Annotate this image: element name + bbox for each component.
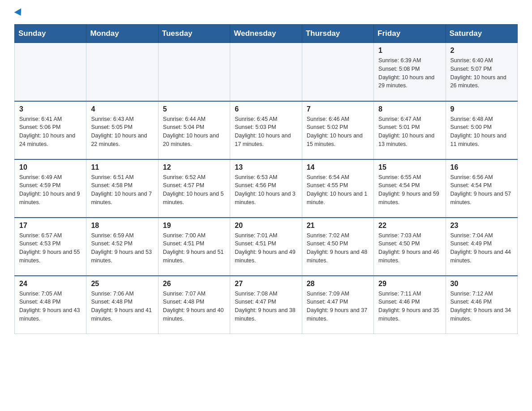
day-number: 20 [235, 222, 297, 230]
calendar-cell: 23Sunrise: 7:04 AM Sunset: 4:49 PM Dayli… [446, 218, 517, 276]
day-number: 16 [450, 163, 513, 171]
calendar-cell: 21Sunrise: 7:02 AM Sunset: 4:50 PM Dayli… [302, 218, 373, 276]
calendar-week-row-0: 1Sunrise: 6:39 AM Sunset: 5:08 PM Daylig… [15, 43, 518, 101]
calendar-cell: 9Sunrise: 6:48 AM Sunset: 5:00 PM Daylig… [446, 101, 517, 159]
calendar-cell: 4Sunrise: 6:43 AM Sunset: 5:05 PM Daylig… [86, 101, 158, 159]
day-info: Sunrise: 6:53 AM Sunset: 4:56 PM Dayligh… [235, 173, 297, 207]
calendar-cell: 25Sunrise: 7:06 AM Sunset: 4:48 PM Dayli… [86, 276, 158, 334]
calendar-table: SundayMondayTuesdayWednesdayThursdayFrid… [14, 24, 518, 334]
day-number: 5 [163, 105, 225, 113]
day-number: 11 [91, 163, 153, 171]
calendar-cell: 26Sunrise: 7:07 AM Sunset: 4:48 PM Dayli… [158, 276, 230, 334]
page-header [14, 11, 518, 15]
day-info: Sunrise: 7:02 AM Sunset: 4:50 PM Dayligh… [307, 231, 369, 265]
day-number: 30 [450, 280, 513, 288]
day-info: Sunrise: 6:57 AM Sunset: 4:53 PM Dayligh… [19, 231, 82, 265]
day-number: 28 [307, 280, 369, 288]
calendar-cell: 27Sunrise: 7:08 AM Sunset: 4:47 PM Dayli… [230, 276, 302, 334]
day-number: 17 [19, 222, 82, 230]
day-number: 18 [91, 222, 153, 230]
calendar-cell [230, 43, 302, 101]
day-number: 24 [19, 280, 82, 288]
calendar-cell: 7Sunrise: 6:46 AM Sunset: 5:02 PM Daylig… [302, 101, 373, 159]
calendar-cell [302, 43, 373, 101]
calendar-cell: 13Sunrise: 6:53 AM Sunset: 4:56 PM Dayli… [230, 159, 302, 218]
calendar-week-row-3: 17Sunrise: 6:57 AM Sunset: 4:53 PM Dayli… [15, 218, 518, 276]
day-number: 21 [307, 222, 369, 230]
calendar-header-wednesday: Wednesday [230, 25, 302, 43]
calendar-cell: 12Sunrise: 6:52 AM Sunset: 4:57 PM Dayli… [158, 159, 230, 218]
calendar-header-saturday: Saturday [446, 25, 517, 43]
day-info: Sunrise: 6:40 AM Sunset: 5:07 PM Dayligh… [450, 56, 513, 90]
day-number: 10 [19, 163, 82, 171]
calendar-header-row: SundayMondayTuesdayWednesdayThursdayFrid… [15, 25, 518, 43]
day-number: 9 [450, 105, 513, 113]
day-number: 22 [378, 222, 441, 230]
day-number: 4 [91, 105, 153, 113]
calendar-header-thursday: Thursday [302, 25, 373, 43]
calendar-cell: 11Sunrise: 6:51 AM Sunset: 4:58 PM Dayli… [86, 159, 158, 218]
day-info: Sunrise: 7:07 AM Sunset: 4:48 PM Dayligh… [163, 290, 225, 323]
day-info: Sunrise: 7:12 AM Sunset: 4:46 PM Dayligh… [450, 290, 513, 323]
calendar-header-friday: Friday [374, 25, 446, 43]
day-number: 25 [91, 280, 153, 288]
day-number: 12 [163, 163, 225, 171]
day-info: Sunrise: 6:44 AM Sunset: 5:04 PM Dayligh… [163, 115, 225, 149]
day-info: Sunrise: 6:43 AM Sunset: 5:05 PM Dayligh… [91, 115, 153, 149]
calendar-cell: 24Sunrise: 7:05 AM Sunset: 4:48 PM Dayli… [15, 276, 86, 334]
day-number: 26 [163, 280, 225, 288]
day-number: 15 [378, 163, 441, 171]
calendar-cell: 5Sunrise: 6:44 AM Sunset: 5:04 PM Daylig… [158, 101, 230, 159]
calendar-cell: 1Sunrise: 6:39 AM Sunset: 5:08 PM Daylig… [374, 43, 446, 101]
day-info: Sunrise: 6:51 AM Sunset: 4:58 PM Dayligh… [91, 173, 153, 207]
day-number: 2 [450, 47, 513, 55]
calendar-cell: 20Sunrise: 7:01 AM Sunset: 4:51 PM Dayli… [230, 218, 302, 276]
day-info: Sunrise: 6:41 AM Sunset: 5:06 PM Dayligh… [19, 115, 82, 149]
day-number: 6 [235, 105, 297, 113]
day-info: Sunrise: 6:55 AM Sunset: 4:54 PM Dayligh… [378, 173, 441, 207]
day-info: Sunrise: 6:54 AM Sunset: 4:55 PM Dayligh… [307, 173, 369, 207]
day-info: Sunrise: 7:01 AM Sunset: 4:51 PM Dayligh… [235, 231, 297, 265]
calendar-cell: 14Sunrise: 6:54 AM Sunset: 4:55 PM Dayli… [302, 159, 373, 218]
day-number: 3 [19, 105, 82, 113]
calendar-cell: 16Sunrise: 6:56 AM Sunset: 4:54 PM Dayli… [446, 159, 517, 218]
calendar-cell: 8Sunrise: 6:47 AM Sunset: 5:01 PM Daylig… [374, 101, 446, 159]
day-info: Sunrise: 7:04 AM Sunset: 4:49 PM Dayligh… [450, 231, 513, 265]
calendar-cell: 19Sunrise: 7:00 AM Sunset: 4:51 PM Dayli… [158, 218, 230, 276]
calendar-cell [158, 43, 230, 101]
calendar-header-monday: Monday [86, 25, 158, 43]
calendar-cell: 2Sunrise: 6:40 AM Sunset: 5:07 PM Daylig… [446, 43, 517, 101]
calendar-week-row-1: 3Sunrise: 6:41 AM Sunset: 5:06 PM Daylig… [15, 101, 518, 159]
day-info: Sunrise: 6:52 AM Sunset: 4:57 PM Dayligh… [163, 173, 225, 207]
calendar-cell: 30Sunrise: 7:12 AM Sunset: 4:46 PM Dayli… [446, 276, 517, 334]
day-info: Sunrise: 7:00 AM Sunset: 4:51 PM Dayligh… [163, 231, 225, 265]
calendar-cell: 3Sunrise: 6:41 AM Sunset: 5:06 PM Daylig… [15, 101, 86, 159]
day-info: Sunrise: 7:09 AM Sunset: 4:47 PM Dayligh… [307, 290, 369, 323]
day-number: 19 [163, 222, 225, 230]
logo [14, 11, 23, 15]
calendar-cell: 29Sunrise: 7:11 AM Sunset: 4:46 PM Dayli… [374, 276, 446, 334]
calendar-header-sunday: Sunday [15, 25, 86, 43]
day-info: Sunrise: 6:47 AM Sunset: 5:01 PM Dayligh… [378, 115, 441, 149]
calendar-cell: 28Sunrise: 7:09 AM Sunset: 4:47 PM Dayli… [302, 276, 373, 334]
day-number: 1 [378, 47, 441, 55]
day-info: Sunrise: 6:56 AM Sunset: 4:54 PM Dayligh… [450, 173, 513, 207]
day-info: Sunrise: 6:45 AM Sunset: 5:03 PM Dayligh… [235, 115, 297, 149]
day-info: Sunrise: 6:59 AM Sunset: 4:52 PM Dayligh… [91, 231, 153, 265]
day-number: 7 [307, 105, 369, 113]
day-info: Sunrise: 7:05 AM Sunset: 4:48 PM Dayligh… [19, 290, 82, 323]
day-number: 27 [235, 280, 297, 288]
calendar-cell [15, 43, 86, 101]
day-info: Sunrise: 7:11 AM Sunset: 4:46 PM Dayligh… [378, 290, 441, 323]
calendar-cell: 10Sunrise: 6:49 AM Sunset: 4:59 PM Dayli… [15, 159, 86, 218]
logo-triangle-icon [14, 8, 25, 17]
day-info: Sunrise: 6:49 AM Sunset: 4:59 PM Dayligh… [19, 173, 82, 207]
calendar-cell: 17Sunrise: 6:57 AM Sunset: 4:53 PM Dayli… [15, 218, 86, 276]
calendar-cell: 22Sunrise: 7:03 AM Sunset: 4:50 PM Dayli… [374, 218, 446, 276]
calendar-week-row-4: 24Sunrise: 7:05 AM Sunset: 4:48 PM Dayli… [15, 276, 518, 334]
calendar-cell [86, 43, 158, 101]
day-info: Sunrise: 6:39 AM Sunset: 5:08 PM Dayligh… [378, 56, 441, 90]
day-number: 14 [307, 163, 369, 171]
day-info: Sunrise: 6:46 AM Sunset: 5:02 PM Dayligh… [307, 115, 369, 149]
day-number: 13 [235, 163, 297, 171]
